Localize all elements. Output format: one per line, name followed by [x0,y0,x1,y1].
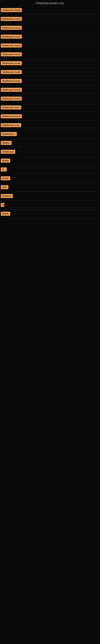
site-title: TheBottlenecker.com [0,0,100,6]
list-item[interactable]: Bo [0,165,100,174]
list-item[interactable]: Bottleneck r [0,130,100,138]
list-item[interactable]: Bottleneck result [0,50,100,59]
list-item[interactable]: Bottleneck resul [0,121,100,130]
list-item[interactable]: Bott [0,183,100,192]
bottleneck-result-badge[interactable]: Bottleneck result [1,61,22,65]
bottleneck-result-badge[interactable]: Bottleneck result [1,26,22,30]
bottleneck-result-badge[interactable]: Bottlene [1,194,13,198]
bottleneck-result-badge[interactable]: Bottleneck resul [1,106,21,110]
list-item[interactable]: Bottleneck result [0,94,100,103]
list-item[interactable]: Bottle [0,174,100,183]
bottleneck-result-badge[interactable]: Bo [1,168,7,172]
list-item[interactable]: Bottlen [0,138,100,147]
list-item[interactable]: Bottleneck resul [0,103,100,112]
list-item[interactable]: Bottleneck result [0,6,100,14]
bottleneck-result-badge[interactable]: Bottle [1,212,10,216]
list-item[interactable]: B [0,200,100,209]
bottleneck-result-badge[interactable]: Bottleneck result [1,34,22,39]
bottleneck-result-badge[interactable]: Bottleneck r [1,132,17,136]
bottleneck-result-badge[interactable]: Bottleneck result [1,17,22,21]
bottleneck-result-badge[interactable]: Bottleneck [1,150,15,154]
bottleneck-result-badge[interactable]: Bottleneck result [1,70,22,74]
list-item[interactable]: Bottlene [0,192,100,200]
list-item[interactable]: Bottleneck result [0,85,100,94]
bottleneck-result-badge[interactable]: Bottlen [1,141,12,145]
bottleneck-result-badge[interactable]: Bottleneck result [1,96,22,100]
bottleneck-result-badge[interactable]: Bottleneck result [1,114,22,118]
bottleneck-result-badge[interactable]: Bottleneck result [1,8,22,12]
bottleneck-result-badge[interactable]: Bottle [1,158,10,162]
bottleneck-result-badge[interactable]: Bottleneck result [1,52,22,56]
bottleneck-result-badge[interactable]: Bott [1,185,8,189]
list-item[interactable]: Bottleneck result [0,112,100,121]
list-item[interactable]: Bottle [0,156,100,165]
list-item[interactable]: Bottleneck result [0,14,100,23]
list-item[interactable]: Bottleneck result [0,68,100,76]
bottleneck-result-badge[interactable]: B [1,203,4,207]
bottleneck-result-badge[interactable]: Bottleneck result [1,44,22,48]
bottleneck-result-badge[interactable]: Bottleneck result [1,79,22,83]
list-item[interactable]: Bottleneck result [0,59,100,68]
bottleneck-result-badge[interactable]: Bottleneck result [1,88,22,92]
list-item[interactable]: Bottle [0,209,100,218]
list-item[interactable]: Bottleneck result [0,76,100,85]
list-item[interactable]: Bottleneck [0,147,100,156]
list-item[interactable]: Bottleneck result [0,32,100,41]
list-item[interactable]: Bottleneck result [0,41,100,50]
bottleneck-result-badge[interactable]: Bottle [1,176,10,180]
bottleneck-result-badge[interactable]: Bottleneck resul [1,123,21,127]
list-item[interactable]: Bottleneck result [0,23,100,32]
